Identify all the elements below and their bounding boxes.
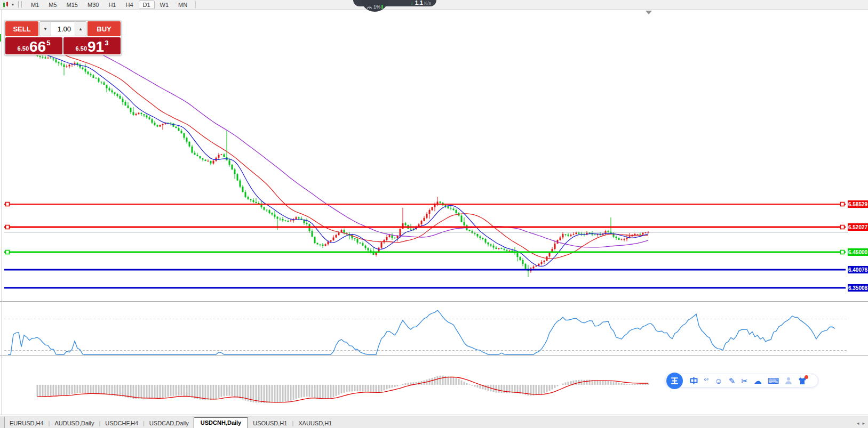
ime-icons: °’☺✎✂☁⌨ (690, 376, 807, 385)
volume-increase-button[interactable]: ▲ (75, 22, 86, 36)
sogou-logo-icon[interactable] (666, 373, 683, 389)
timeframe-m5[interactable]: M5 (44, 1, 61, 9)
horizontal-line-6.35008[interactable]: 6.35008 (4, 284, 868, 292)
timeframe-d1[interactable]: D1 (139, 1, 155, 9)
tab-usdcnh-daily[interactable]: USDCNH,Daily (194, 417, 248, 428)
chart-type-icon[interactable] (2, 2, 11, 8)
gauge-icon (367, 5, 372, 10)
sell-price-big: 66 (29, 41, 46, 53)
price-chart-canvas[interactable]: 6.58529 6.52027 6.45000 6.40076 6.35008 (0, 0, 868, 428)
sell-price-pip: 5 (46, 39, 50, 47)
sell-button[interactable]: SELL (5, 21, 38, 36)
buy-price[interactable]: 6.50 91 3 (63, 37, 121, 54)
macd-signal-line (37, 377, 648, 402)
tab-usousd-h1[interactable]: USOUSD,H1 (248, 418, 292, 428)
one-click-trading-panel: SELL ▼ 1.00 ▲ BUY 6.50 66 5 6.50 91 3 (4, 20, 122, 55)
timeframe-h4[interactable]: H4 (121, 1, 137, 9)
scissors-icon[interactable]: ✂ (741, 377, 748, 385)
volume-input[interactable]: 1.00 (51, 22, 75, 36)
ma-mid-line (37, 41, 648, 259)
tab-eurusd-h4[interactable]: EURUSD,H4 (5, 418, 49, 428)
tab-usdcad-daily[interactable]: USDCAD,Daily (145, 418, 194, 428)
timeframe-h1[interactable]: H1 (104, 1, 120, 9)
chart-shift-marker-icon[interactable] (644, 10, 653, 15)
sell-price-small: 6.50 (18, 45, 29, 52)
horizontal-line-6.45000[interactable]: 6.45000 (4, 248, 868, 256)
buy-button[interactable]: BUY (87, 21, 121, 36)
handwriting-icon[interactable]: ✎ (729, 377, 736, 385)
svg-text:6.40076: 6.40076 (848, 267, 868, 273)
punctuation-icon[interactable]: °’ (704, 377, 708, 385)
macd-histogram (37, 376, 648, 403)
cpu-bar-icon (381, 5, 383, 9)
oscillator-levels (4, 319, 847, 351)
chart-tabs: EURUSD,H4|AUDUSD,Daily|USDCHF,H4|USDCAD,… (0, 416, 868, 428)
left-edge-mark (0, 34, 1, 42)
buy-price-small: 6.50 (76, 45, 87, 52)
tab-scroll-right-icon[interactable]: ▸ (862, 421, 865, 426)
tab-usdchf-h4[interactable]: USDCHF,H4 (100, 418, 143, 428)
svg-text:6.45000: 6.45000 (848, 249, 868, 255)
chinese-mode-icon[interactable] (690, 376, 698, 385)
user-icon[interactable] (785, 377, 792, 385)
cloud-icon[interactable]: ☁ (754, 377, 762, 385)
timeframe-w1[interactable]: W1 (156, 1, 173, 9)
net-speed-unit: K/s (424, 1, 431, 6)
horizontal-line-6.40076[interactable]: 6.40076 (4, 266, 868, 273)
horizontal-line-6.58529[interactable]: 6.58529 (4, 200, 868, 208)
skin-icon[interactable] (798, 377, 807, 385)
download-arrow-icon: ↓ (411, 0, 413, 6)
net-speed-value: 1.1 (415, 0, 423, 6)
cpu-usage-value: 1% (373, 4, 380, 10)
oscillator-line (8, 310, 835, 354)
timeframe-buttons: M1M5M15M30H1H4D1W1MN (26, 1, 192, 9)
keyboard-icon[interactable]: ⌨ (768, 377, 779, 385)
toolbar-separator (195, 1, 196, 8)
emoji-icon[interactable]: ☺ (714, 377, 722, 385)
volume-stepper: ▼ 1.00 ▲ (39, 21, 86, 36)
tab-scroll-left-icon[interactable]: ◂ (857, 421, 859, 426)
mt4-window: 6.58529 6.52027 6.45000 6.40076 6.35008 … (0, 0, 868, 428)
chart-type-dropdown-icon[interactable]: ▾ (12, 2, 14, 7)
buy-price-pip: 3 (105, 39, 108, 47)
ma-slow-line (37, 21, 648, 247)
tab-scroll-strip[interactable] (0, 417, 5, 428)
svg-text:6.35008: 6.35008 (848, 285, 868, 291)
volume-decrease-button[interactable]: ▼ (40, 22, 51, 36)
svg-text:6.58529: 6.58529 (848, 201, 868, 207)
sell-price[interactable]: 6.50 66 5 (5, 37, 62, 54)
timeframe-m30[interactable]: M30 (83, 1, 103, 9)
tab-xauusd-h1[interactable]: XAUUSD,H1 (293, 418, 337, 428)
ma-fast-line (37, 50, 648, 266)
candles-layer (37, 53, 649, 277)
timeframe-m1[interactable]: M1 (27, 1, 43, 9)
svg-text:6.52027: 6.52027 (848, 224, 868, 230)
timeframe-mn[interactable]: MN (174, 1, 192, 9)
notification-badge (805, 375, 808, 379)
tab-list: EURUSD,H4|AUDUSD,Daily|USDCHF,H4|USDCAD,… (5, 417, 337, 428)
timeframe-m15[interactable]: M15 (62, 1, 82, 9)
tab-audusd-daily[interactable]: AUDUSD,Daily (50, 418, 99, 428)
toolbar-grip[interactable] (18, 1, 22, 8)
ime-toolbar: °’☺✎✂☁⌨ (665, 374, 818, 387)
buy-price-big: 91 (87, 41, 104, 53)
